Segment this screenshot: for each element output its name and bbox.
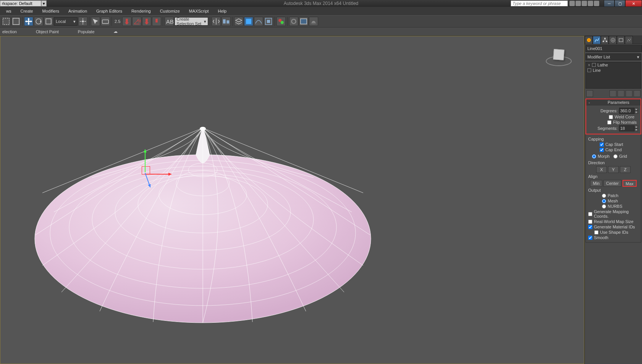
display-tab-icon[interactable] [617, 36, 625, 44]
close-button[interactable]: ✕ [625, 0, 642, 7]
use-center-icon[interactable] [78, 17, 87, 26]
render-setup-icon[interactable] [289, 17, 298, 26]
cap-start-checkbox[interactable] [600, 142, 604, 147]
viewcube[interactable] [546, 48, 572, 67]
gizmo-x-axis[interactable] [145, 174, 171, 175]
degrees-spin-down[interactable]: ▼ [634, 111, 638, 114]
menu-rendering[interactable]: Rendering [127, 7, 155, 15]
align-icon[interactable] [222, 17, 231, 26]
curve-editor-icon[interactable] [254, 17, 263, 26]
search-icon[interactable] [569, 1, 575, 6]
morph-radio[interactable] [592, 154, 596, 159]
menu-animation[interactable]: Animation [64, 7, 92, 15]
segments-spin-up[interactable]: ▲ [634, 125, 638, 128]
menu-customize[interactable]: Customize [155, 7, 184, 15]
weld-core-checkbox[interactable] [609, 115, 613, 119]
object-name-input[interactable] [585, 45, 642, 52]
pin-stack-icon[interactable] [586, 90, 593, 97]
nurbs-radio[interactable] [602, 204, 606, 209]
named-selection-dropdown[interactable]: Create Selection Set▾ [175, 17, 208, 26]
workspace-dropdown-arrow[interactable]: ▾ [41, 0, 47, 6]
cap-end-checkbox[interactable] [600, 148, 604, 152]
degrees-spin-up[interactable]: ▲ [634, 108, 638, 111]
gen-material-checkbox[interactable] [588, 225, 592, 229]
direction-y-button[interactable]: Y [608, 166, 619, 173]
snap-toggle-icon[interactable] [122, 17, 131, 26]
move-tool-icon[interactable] [24, 17, 33, 26]
selection-window-icon[interactable] [11, 17, 21, 26]
make-unique-icon[interactable] [618, 90, 624, 97]
smooth-checkbox[interactable] [588, 236, 592, 240]
layers-icon[interactable] [234, 17, 243, 26]
ribbon-object-paint[interactable]: Object Paint [36, 29, 59, 34]
create-tab-icon[interactable] [585, 36, 593, 44]
schematic-view-icon[interactable] [264, 17, 273, 26]
mirror-icon[interactable] [212, 17, 221, 26]
align-center-button[interactable]: Center [603, 180, 621, 187]
segments-spin-down[interactable]: ▼ [634, 128, 638, 131]
segments-input[interactable] [619, 125, 634, 131]
ribbon-selection[interactable]: election [2, 29, 17, 34]
angle-snap-icon[interactable]: % [132, 17, 141, 26]
align-min-button[interactable]: Min [590, 180, 602, 187]
menu-graph-editors[interactable]: Graph Editors [92, 7, 127, 15]
workspace-selector[interactable]: rkspace: Default [0, 0, 41, 6]
degrees-input[interactable] [619, 108, 634, 114]
toggle-ribbon-icon[interactable] [244, 17, 253, 26]
exchange-icon[interactable] [582, 1, 587, 6]
direction-z-button[interactable]: Z [620, 166, 631, 173]
named-selection-edit-icon[interactable]: ABC [165, 17, 174, 26]
real-world-checkbox[interactable] [588, 220, 592, 224]
show-end-result-icon[interactable] [610, 90, 616, 97]
motion-tab-icon[interactable] [609, 36, 617, 44]
mesh-radio[interactable] [602, 199, 606, 203]
ribbon-more-icon[interactable]: ☁ [113, 29, 118, 34]
patch-radio[interactable] [602, 194, 606, 198]
modify-tab-icon[interactable] [593, 36, 601, 44]
keyboard-shortcut-icon[interactable] [101, 17, 110, 26]
help-search-input[interactable] [511, 0, 568, 6]
modifier-stack[interactable]: ♀Lathe Line [585, 62, 641, 89]
viewport[interactable] [0, 36, 584, 364]
rendered-frame-icon[interactable] [299, 17, 308, 26]
hierarchy-tab-icon[interactable] [601, 36, 609, 44]
menu-modifiers[interactable]: Modifiers [37, 7, 64, 15]
selection-region-rect-icon[interactable] [2, 17, 11, 26]
remove-modifier-icon[interactable] [626, 90, 632, 97]
direction-x-button[interactable]: X [596, 166, 607, 173]
select-manipulate-icon[interactable] [91, 17, 100, 26]
menu-create[interactable]: Create [16, 7, 37, 15]
use-shape-checkbox[interactable] [594, 230, 598, 235]
menu-maxscript[interactable]: MAXScript [184, 7, 213, 15]
key-icon[interactable] [576, 1, 581, 6]
menu-item[interactable]: ws [2, 7, 16, 15]
ribbon-populate[interactable]: Populate [78, 29, 94, 34]
utilities-tab-icon[interactable] [625, 36, 633, 44]
menu-help[interactable]: Help [213, 7, 231, 15]
rotate-tool-icon[interactable] [34, 17, 43, 26]
help-icon[interactable] [594, 1, 599, 6]
percent-snap-icon[interactable] [142, 17, 151, 26]
spinner-snap-icon[interactable] [152, 17, 161, 26]
svg-rect-36 [603, 41, 604, 42]
maximize-button[interactable]: ▢ [615, 0, 625, 7]
render-icon[interactable] [309, 17, 318, 26]
modifier-list-dropdown[interactable]: Modifier List▾ [585, 53, 641, 60]
grid-radio[interactable] [613, 154, 618, 159]
gizmo-y-axis[interactable] [145, 149, 146, 172]
configure-sets-icon[interactable] [634, 90, 640, 97]
flip-normals-checkbox[interactable] [607, 120, 611, 125]
stack-item-line[interactable]: Line [586, 68, 641, 73]
coord-system-dropdown[interactable]: Local▾ [54, 17, 78, 26]
align-max-button[interactable]: Max [623, 180, 637, 187]
material-editor-icon[interactable] [277, 17, 286, 26]
use-shape-label: Use Shape IDs [600, 230, 628, 235]
rollout-toggle-icon[interactable]: - [589, 100, 590, 105]
minimize-button[interactable]: ─ [604, 0, 615, 7]
patch-label: Patch [608, 193, 618, 198]
stack-item-lathe[interactable]: ♀Lathe [586, 62, 641, 68]
gen-mapping-checkbox[interactable] [588, 212, 592, 216]
scale-tool-icon[interactable] [44, 17, 53, 26]
ribbon-subtoolbar: election Object Paint Populate ☁ [0, 28, 642, 36]
favorite-icon[interactable] [588, 1, 593, 6]
